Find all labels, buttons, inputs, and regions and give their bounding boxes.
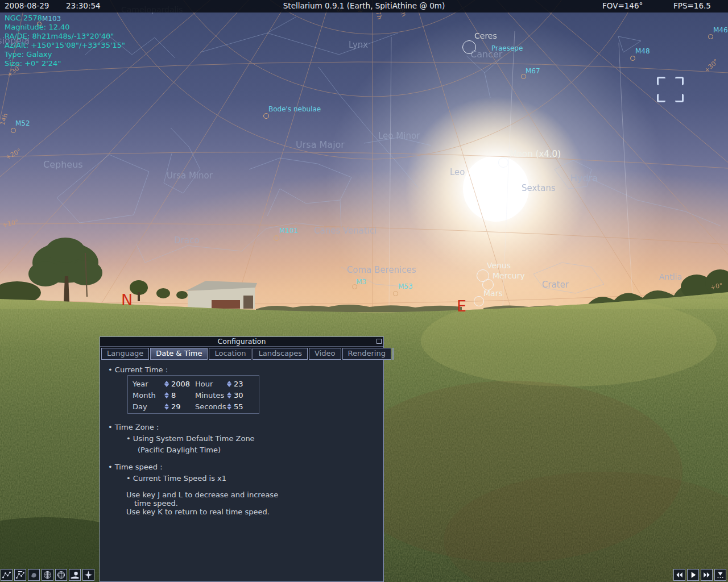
month-spinner[interactable] bbox=[164, 392, 169, 398]
object-marker-moon[interactable] bbox=[498, 157, 508, 168]
spin-label-minutes: Minutes bbox=[195, 391, 227, 400]
object-marker-m53[interactable] bbox=[393, 291, 398, 296]
hour-value: 23 bbox=[234, 380, 243, 388]
spin-up-icon[interactable] bbox=[164, 392, 169, 395]
fps-indicator: FPS=16.5 bbox=[673, 1, 711, 10]
object-marker-m52[interactable] bbox=[11, 128, 16, 133]
status-bar: 2008-08-29 23:30:54 Stellarium 0.9.1 (Ea… bbox=[0, 0, 728, 13]
selected-object-info: NGC 2578Magnitude: 12.40RA/DE: 8h21m48s/… bbox=[5, 14, 125, 68]
fov-indicator: FOV=146° bbox=[602, 1, 643, 10]
object-info-line: RA/DE: 8h21m48s/-13°20'40" bbox=[5, 32, 125, 41]
timezone-detail: (Pacific Daylight Time) bbox=[138, 446, 221, 454]
spin-label-hour: Hour bbox=[195, 380, 227, 388]
spin-row-year: Year2008 bbox=[133, 378, 190, 389]
constellation-art-icon bbox=[29, 570, 39, 580]
timespeed-help-3: Use key K to return to real time speed. bbox=[126, 508, 270, 516]
time-forward-button[interactable] bbox=[701, 569, 713, 581]
timezone-header: Time Zone : bbox=[108, 423, 159, 431]
object-info-line: Size: +0° 2'24" bbox=[5, 59, 125, 68]
timespeed-value: Current Time Speed is x1 bbox=[126, 474, 226, 483]
current-date: 2008-08-29 bbox=[5, 1, 49, 10]
object-marker-m67[interactable] bbox=[521, 74, 526, 79]
ground-button[interactable] bbox=[69, 569, 81, 581]
spin-down-icon[interactable] bbox=[164, 384, 169, 387]
dialog-title: Configuration bbox=[218, 337, 266, 346]
configuration-dialog: Configuration LanguageDate & TimeLocatio… bbox=[100, 336, 384, 582]
object-marker-ceres[interactable] bbox=[462, 40, 476, 54]
minutes-value: 30 bbox=[234, 391, 243, 400]
tab-rendering[interactable]: Rendering bbox=[342, 348, 391, 360]
cardinal-points-icon bbox=[84, 570, 93, 580]
forward-icon bbox=[702, 570, 712, 580]
spin-up-icon[interactable] bbox=[164, 404, 169, 406]
equatorial-grid-icon bbox=[43, 570, 52, 580]
object-marker-m46[interactable] bbox=[708, 34, 713, 39]
object-marker-bode-s-nebulae[interactable] bbox=[263, 113, 269, 119]
cardinal-points-button[interactable] bbox=[82, 569, 94, 581]
dialog-titlebar[interactable]: Configuration bbox=[100, 337, 383, 347]
timespeed-help-2: time speed. bbox=[134, 499, 178, 508]
dialog-tab-bar: LanguageDate & TimeLocationLandscapesVid… bbox=[100, 347, 383, 360]
tab-location[interactable]: Location bbox=[209, 348, 251, 360]
spin-up-icon[interactable] bbox=[227, 392, 231, 395]
azimuthal-grid-button[interactable] bbox=[55, 569, 67, 581]
tab-video[interactable]: Video bbox=[309, 348, 341, 360]
spin-down-icon[interactable] bbox=[227, 384, 231, 387]
timespeed-header: Time speed : bbox=[108, 463, 163, 471]
hour-spinner[interactable] bbox=[227, 381, 232, 387]
spin-label-day: Day bbox=[133, 402, 164, 411]
stellarium-window: CamelopardalisCassiopeiaCepheusUrsa Mino… bbox=[0, 0, 728, 582]
spin-up-icon[interactable] bbox=[227, 381, 231, 384]
spin-label-year: Year bbox=[133, 380, 164, 388]
spin-down-icon[interactable] bbox=[164, 396, 169, 398]
object-marker-mercury[interactable] bbox=[482, 279, 494, 290]
seconds-value: 55 bbox=[234, 402, 243, 411]
constellation-lines-button[interactable] bbox=[1, 569, 13, 581]
object-marker-m48[interactable] bbox=[630, 56, 635, 61]
object-info-line: Type: Galaxy bbox=[5, 50, 125, 59]
tab-language[interactable]: Language bbox=[101, 348, 149, 360]
play-icon bbox=[688, 570, 698, 580]
constellation-lines-icon bbox=[2, 570, 11, 580]
constellation-art-button[interactable] bbox=[28, 569, 40, 581]
app-title: Stellarium 0.9.1 (Earth, SpitiAthine @ 0… bbox=[283, 1, 445, 10]
equatorial-grid-button[interactable] bbox=[42, 569, 53, 581]
tab-landscapes[interactable]: Landscapes bbox=[253, 348, 308, 360]
close-icon[interactable] bbox=[377, 339, 382, 344]
spin-row-hour: Hour23 bbox=[195, 378, 243, 389]
spin-row-day: Day29 bbox=[133, 401, 190, 412]
now-icon bbox=[715, 570, 725, 580]
object-marker-mars[interactable] bbox=[474, 296, 484, 306]
time-spinbox: Year2008Month8Day29 Hour23Minutes30Secon… bbox=[127, 375, 259, 414]
spin-down-icon[interactable] bbox=[227, 396, 231, 398]
year-spinner[interactable] bbox=[164, 381, 169, 387]
object-info-line: NGC 2578 bbox=[5, 14, 125, 23]
day-value: 29 bbox=[171, 402, 181, 411]
object-info-line: Az/Alt: +150°15'08"/+33°35'15" bbox=[5, 41, 125, 50]
constellation-labels-button[interactable] bbox=[14, 569, 26, 581]
tab-bar-filler bbox=[392, 348, 394, 360]
time-now-button[interactable] bbox=[714, 569, 726, 581]
time-play-button[interactable] bbox=[687, 569, 699, 581]
constellation-labels-icon bbox=[15, 570, 25, 580]
ground-icon bbox=[70, 570, 80, 580]
spin-label-seconds: Seconds bbox=[195, 402, 227, 411]
day-spinner[interactable] bbox=[164, 404, 169, 410]
spin-down-icon[interactable] bbox=[227, 407, 231, 410]
azimuthal-grid-icon bbox=[56, 570, 66, 580]
spin-up-icon[interactable] bbox=[227, 404, 231, 406]
spin-row-seconds: Seconds55 bbox=[195, 401, 243, 412]
current-time-header: Current Time : bbox=[108, 365, 168, 374]
minutes-spinner[interactable] bbox=[227, 392, 232, 398]
seconds-spinner[interactable] bbox=[227, 404, 232, 410]
tab-date-time[interactable]: Date & Time bbox=[150, 348, 208, 360]
rewind-icon bbox=[675, 570, 684, 580]
object-marker-m101[interactable] bbox=[274, 235, 279, 241]
spin-row-month: Month8 bbox=[133, 389, 190, 401]
spin-up-icon[interactable] bbox=[164, 381, 169, 384]
spin-down-icon[interactable] bbox=[164, 407, 169, 410]
time-rewind-button[interactable] bbox=[673, 569, 685, 581]
month-value: 8 bbox=[171, 391, 176, 400]
selection-marker bbox=[657, 77, 684, 102]
object-marker-m3[interactable] bbox=[352, 284, 357, 289]
